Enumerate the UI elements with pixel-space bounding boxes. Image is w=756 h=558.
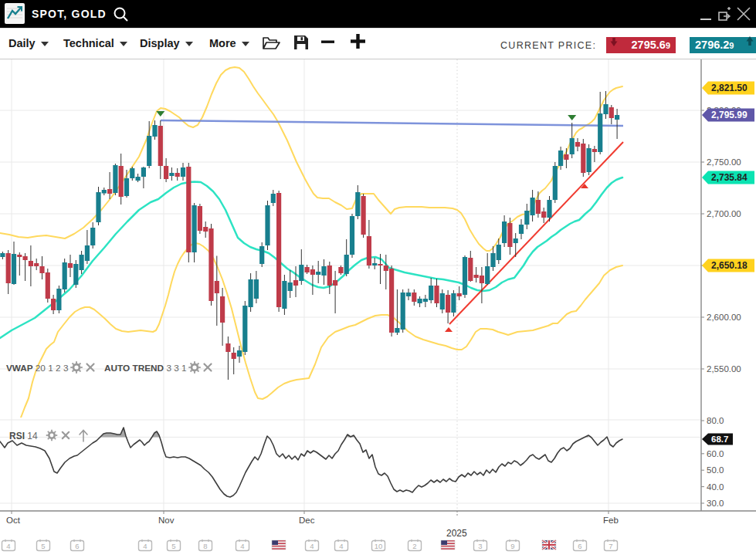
svg-text:9: 9	[510, 542, 514, 550]
svg-text:50.0: 50.0	[707, 465, 724, 475]
svg-text:VWAP 20 1 2 3: VWAP 20 1 2 3	[6, 363, 69, 374]
svg-text:Oct: Oct	[6, 516, 21, 525]
svg-text:Feb: Feb	[603, 516, 619, 525]
svg-text:40.0: 40.0	[707, 482, 724, 492]
svg-text:5: 5	[41, 542, 45, 550]
svg-text:68.7: 68.7	[711, 435, 728, 444]
svg-text:3: 3	[478, 542, 482, 550]
svg-text:10: 10	[375, 542, 383, 550]
svg-text:2,795.99: 2,795.99	[711, 110, 748, 120]
svg-text:4: 4	[310, 542, 314, 550]
svg-text:Dec: Dec	[299, 516, 315, 525]
svg-text:4: 4	[143, 542, 147, 550]
svg-text:2,600.00: 2,600.00	[707, 313, 741, 322]
svg-text:2025: 2025	[446, 528, 467, 539]
svg-text:7: 7	[609, 542, 612, 550]
svg-text:80.0: 80.0	[707, 416, 724, 425]
svg-text:6: 6	[578, 542, 581, 550]
svg-text:5: 5	[171, 542, 175, 550]
svg-text:30.0: 30.0	[707, 499, 724, 508]
svg-text:8: 8	[203, 542, 207, 550]
svg-text:60.0: 60.0	[707, 449, 724, 458]
svg-text:2,650.18: 2,650.18	[711, 260, 748, 271]
svg-text:Nov: Nov	[158, 516, 175, 525]
svg-text:2,750.00: 2,750.00	[707, 157, 741, 167]
svg-text:RSI 14: RSI 14	[9, 431, 38, 441]
svg-text:2,735.84: 2,735.84	[711, 172, 748, 183]
svg-text:2,700.00: 2,700.00	[707, 209, 741, 218]
svg-text:AUTO TREND 3 3 1: AUTO TREND 3 3 1	[104, 363, 187, 374]
svg-text:2,550.00: 2,550.00	[707, 364, 741, 374]
svg-text:2,821.50: 2,821.50	[711, 83, 748, 93]
svg-text:6: 6	[75, 542, 79, 550]
svg-text:2: 2	[412, 542, 416, 550]
svg-text:4: 4	[339, 542, 343, 550]
svg-text:4: 4	[6, 542, 10, 550]
svg-text:4: 4	[240, 542, 244, 550]
